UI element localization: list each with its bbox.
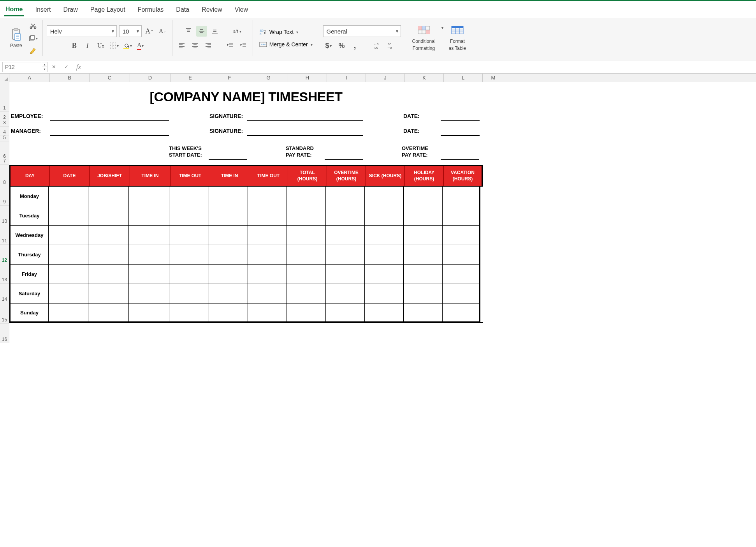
data-cell[interactable]: [209, 226, 248, 245]
col-header-C[interactable]: C: [90, 74, 130, 82]
tab-data[interactable]: Data: [174, 3, 191, 16]
data-cell[interactable]: [129, 187, 169, 206]
data-cell[interactable]: [404, 265, 443, 284]
data-cell[interactable]: [287, 284, 326, 303]
data-cell[interactable]: [443, 284, 480, 303]
data-cell[interactable]: [129, 245, 169, 265]
col-header-J[interactable]: J: [366, 74, 405, 82]
row-header-5[interactable]: 5: [0, 136, 9, 141]
align-center-button[interactable]: [190, 40, 200, 51]
col-header-D[interactable]: D: [130, 74, 171, 82]
data-cell[interactable]: [209, 187, 248, 206]
day-cell[interactable]: Wednesday: [9, 226, 49, 245]
decrease-font-button[interactable]: A⌄: [157, 26, 168, 37]
number-format-select[interactable]: General: [323, 25, 401, 37]
data-cell[interactable]: [49, 265, 88, 284]
formula-input[interactable]: [85, 62, 756, 72]
row-header-12[interactable]: 12: [0, 245, 9, 264]
data-cell[interactable]: [88, 206, 129, 226]
accept-formula-button[interactable]: ✓: [60, 62, 72, 72]
data-cell[interactable]: [169, 226, 209, 245]
data-cell[interactable]: [287, 187, 326, 206]
data-cell[interactable]: [88, 187, 129, 206]
data-cell[interactable]: [169, 206, 209, 226]
col-header-B[interactable]: B: [50, 74, 90, 82]
data-cell[interactable]: [326, 303, 365, 322]
data-cell[interactable]: [365, 284, 404, 303]
data-cell[interactable]: [404, 245, 443, 265]
week-start-field[interactable]: [209, 159, 247, 160]
data-cell[interactable]: [88, 245, 129, 265]
tab-home[interactable]: Home: [4, 3, 24, 16]
emp-date-field[interactable]: [441, 112, 480, 121]
bold-button[interactable]: B: [69, 40, 80, 51]
italic-button[interactable]: I: [82, 40, 93, 51]
align-left-button[interactable]: [176, 40, 187, 51]
tab-insert[interactable]: Insert: [33, 3, 52, 16]
row-header-13[interactable]: 13: [0, 264, 9, 284]
col-header-A[interactable]: A: [9, 74, 50, 82]
data-cell[interactable]: [129, 206, 169, 226]
col-header-I[interactable]: I: [327, 74, 366, 82]
increase-indent-button[interactable]: [238, 40, 249, 51]
data-cell[interactable]: [209, 206, 248, 226]
row-header-7[interactable]: 7: [0, 160, 9, 165]
tab-draw[interactable]: Draw: [62, 3, 79, 16]
data-cell[interactable]: [365, 265, 404, 284]
orientation-button[interactable]: ab▾: [231, 26, 242, 37]
data-cell[interactable]: [287, 245, 326, 265]
data-cell[interactable]: [49, 187, 88, 206]
data-cell[interactable]: [287, 265, 326, 284]
col-header-F[interactable]: F: [210, 74, 249, 82]
data-cell[interactable]: [88, 226, 129, 245]
font-name-select[interactable]: Helv: [47, 25, 117, 37]
row-header-3[interactable]: 3: [0, 121, 9, 127]
data-cell[interactable]: [404, 284, 443, 303]
merge-center-button[interactable]: Merge & Center▾: [257, 40, 315, 49]
emp-signature-field[interactable]: [247, 112, 363, 121]
data-cell[interactable]: [49, 284, 88, 303]
cancel-formula-button[interactable]: ✕: [47, 62, 60, 72]
data-cell[interactable]: [404, 206, 443, 226]
format-as-table-button[interactable]: Format as Table: [446, 25, 469, 52]
data-cell[interactable]: [404, 303, 443, 322]
align-bottom-button[interactable]: [209, 26, 220, 37]
data-cell[interactable]: [404, 187, 443, 206]
data-cell[interactable]: [248, 284, 287, 303]
tab-view[interactable]: View: [233, 3, 250, 16]
col-header-K[interactable]: K: [405, 74, 444, 82]
paste-button[interactable]: Paste: [7, 27, 25, 49]
col-header-H[interactable]: H: [288, 74, 327, 82]
manager-field[interactable]: [50, 127, 169, 136]
data-cell[interactable]: [443, 265, 480, 284]
col-header-M[interactable]: M: [483, 74, 504, 82]
row-header-6[interactable]: 6: [0, 141, 9, 160]
day-cell[interactable]: Monday: [9, 187, 49, 206]
wrap-text-button[interactable]: abc Wrap Text▾: [257, 28, 301, 36]
data-cell[interactable]: [443, 187, 480, 206]
data-cell[interactable]: [248, 206, 287, 226]
underline-button[interactable]: U ▾: [95, 40, 106, 51]
increase-font-button[interactable]: A⌃: [144, 26, 155, 37]
data-cell[interactable]: [169, 187, 209, 206]
sheet-grid[interactable]: 1 2 3 4 5 6 7 8 9 10 11 12 13 14 15 16 […: [0, 82, 756, 343]
data-cell[interactable]: [129, 265, 169, 284]
conditional-formatting-button[interactable]: Conditional Formatting: [409, 25, 439, 52]
data-cell[interactable]: [365, 187, 404, 206]
data-cell[interactable]: [169, 265, 209, 284]
row-header-11[interactable]: 11: [0, 225, 9, 245]
data-cell[interactable]: [49, 206, 88, 226]
decrease-decimal-button[interactable]: .00→0: [386, 40, 397, 51]
data-cell[interactable]: [88, 284, 129, 303]
data-cell[interactable]: [209, 265, 248, 284]
data-cell[interactable]: [287, 226, 326, 245]
data-cell[interactable]: [365, 303, 404, 322]
data-cell[interactable]: [129, 303, 169, 322]
data-cell[interactable]: [129, 226, 169, 245]
employee-field[interactable]: [50, 112, 169, 121]
borders-button[interactable]: ▾: [109, 40, 120, 51]
data-cell[interactable]: [129, 284, 169, 303]
data-cell[interactable]: [365, 226, 404, 245]
data-cell[interactable]: [248, 265, 287, 284]
currency-button[interactable]: $▾: [323, 40, 334, 51]
